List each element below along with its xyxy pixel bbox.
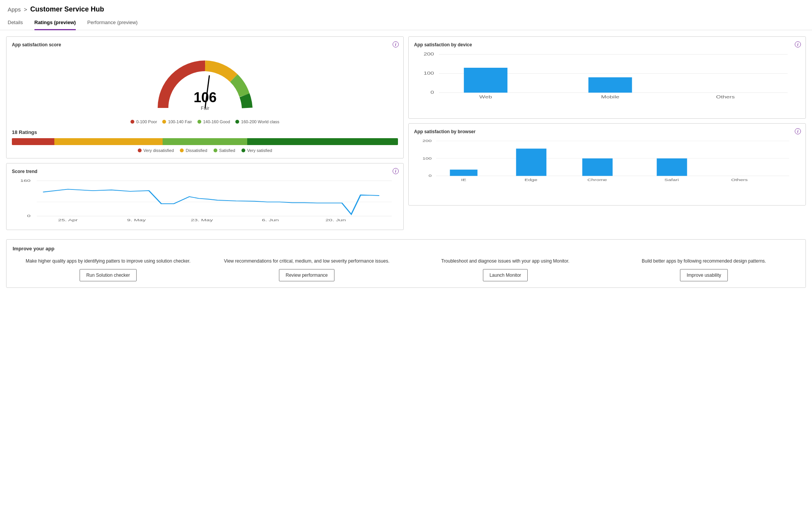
legend-good: 140-160 Good: [197, 119, 230, 124]
legend-poor-label: 0-100 Poor: [136, 119, 157, 124]
svg-text:Others: Others: [731, 178, 748, 182]
svg-text:0: 0: [27, 214, 31, 218]
svg-text:25. Apr: 25. Apr: [58, 218, 78, 222]
svg-text:Edge: Edge: [525, 178, 538, 182]
bar-mobile: [589, 77, 632, 93]
improve-app-card: Improve your app Make higher quality app…: [6, 239, 806, 288]
ratings-label-very-satisfied: Very satisfied: [247, 148, 272, 153]
svg-text:IE: IE: [461, 178, 466, 182]
app-satisfaction-score-title: App satisfaction score: [12, 42, 398, 47]
ratings-label-satisfied: Satisfied: [219, 148, 235, 153]
tab-performance[interactable]: Performance (preview): [87, 16, 138, 30]
page-title: Customer Service Hub: [30, 5, 104, 13]
svg-text:Web: Web: [479, 95, 492, 99]
svg-text:200: 200: [422, 139, 432, 143]
gauge-container: 106 Fair: [12, 51, 398, 116]
ratings-bar-dissatisfied: [54, 138, 163, 145]
breadcrumb-apps[interactable]: Apps: [8, 6, 21, 13]
improve-desc-0: Make higher quality apps by identifying …: [26, 258, 191, 264]
bar-ie: [450, 170, 478, 176]
legend-worldclass-label: 160-200 World class: [241, 119, 279, 124]
legend-fair-dot: [162, 120, 166, 124]
improve-usability-button[interactable]: Improve usability: [680, 269, 727, 281]
ratings-dot-very-satisfied: [241, 149, 245, 152]
breadcrumb: Apps > Customer Service Hub: [0, 0, 812, 16]
bar-safari: [657, 158, 687, 176]
left-column: App satisfaction score i: [6, 36, 404, 235]
improve-item-2: Troubleshoot and diagnose issues with yo…: [410, 258, 601, 281]
improve-desc-2: Troubleshoot and diagnose issues with yo…: [441, 258, 569, 264]
tab-ratings[interactable]: Ratings (preview): [34, 16, 76, 30]
score-trend-info-icon[interactable]: i: [393, 168, 399, 174]
svg-text:23. May: 23. May: [191, 218, 213, 222]
ratings-section: 18 Ratings Very dissatisfied: [12, 129, 398, 153]
legend-good-dot: [197, 120, 201, 124]
run-solution-checker-button[interactable]: Run Solution checker: [80, 269, 136, 281]
svg-text:0: 0: [429, 174, 432, 178]
app-satisfaction-device-card: App satisfaction by device i 200 100 0 W…: [408, 36, 806, 119]
ratings-count: 18 Ratings: [12, 129, 398, 135]
bar-web: [464, 68, 507, 93]
ratings-bar-very-satisfied: [247, 138, 398, 145]
ratings-legend-satisfied: Satisfied: [214, 148, 235, 153]
app-satisfaction-browser-card: App satisfaction by browser i 200 100 0 …: [408, 123, 806, 206]
legend-poor-dot: [130, 120, 134, 124]
svg-text:Chrome: Chrome: [587, 178, 607, 182]
score-trend-chart: 160 0 25. Apr 9. May 23. May 6. Jun 20. …: [12, 177, 398, 223]
legend-poor: 0-100 Poor: [130, 119, 157, 124]
score-trend-card: Score trend i 160 0 25. Apr 9. May 23. M…: [6, 163, 404, 230]
ratings-legend-very-dissatisfied: Very dissatisfied: [138, 148, 174, 153]
svg-text:9. May: 9. May: [127, 218, 146, 222]
breadcrumb-separator: >: [24, 6, 27, 13]
app-satisfaction-device-title: App satisfaction by device: [414, 42, 800, 47]
ratings-label-dissatisfied: Dissatisfied: [186, 148, 207, 153]
app-satisfaction-browser-title: App satisfaction by browser: [414, 129, 800, 134]
svg-text:Fair: Fair: [201, 105, 209, 111]
ratings-bar: [12, 138, 398, 145]
review-performance-button[interactable]: Review performance: [279, 269, 334, 281]
improve-app-title: Improve your app: [13, 246, 799, 251]
svg-text:100: 100: [424, 71, 434, 75]
app-satisfaction-score-card: App satisfaction score i: [6, 36, 404, 158]
launch-monitor-button[interactable]: Launch Monitor: [483, 269, 528, 281]
app-satisfaction-browser-info-icon[interactable]: i: [795, 128, 801, 134]
svg-text:160: 160: [20, 179, 31, 183]
svg-text:200: 200: [424, 52, 434, 56]
svg-text:Safari: Safari: [664, 178, 679, 182]
gauge-legend: 0-100 Poor 100-140 Fair 140-160 Good 160…: [12, 119, 398, 124]
browser-bar-chart: 200 100 0 IE Edge Chrome Safari: [414, 137, 800, 199]
gauge-svg: 106 Fair: [152, 54, 259, 116]
tab-details[interactable]: Details: [8, 16, 23, 30]
svg-text:100: 100: [422, 156, 432, 160]
svg-text:0: 0: [430, 90, 434, 95]
bar-edge: [516, 149, 546, 176]
ratings-dot-very-dissatisfied: [138, 149, 142, 152]
ratings-bar-very-dissatisfied: [12, 138, 54, 145]
svg-text:Mobile: Mobile: [601, 95, 620, 99]
improve-desc-3: Build better apps by following recommend…: [642, 258, 766, 264]
svg-text:6. Jun: 6. Jun: [262, 218, 279, 222]
device-bar-chart: 200 100 0 Web Mobile Others: [414, 51, 800, 112]
improve-item-3: Build better apps by following recommend…: [608, 258, 799, 281]
legend-good-label: 140-160 Good: [203, 119, 230, 124]
score-trend-title: Score trend: [12, 169, 398, 174]
ratings-dot-dissatisfied: [180, 149, 184, 152]
ratings-legend-dissatisfied: Dissatisfied: [180, 148, 207, 153]
legend-fair: 100-140 Fair: [162, 119, 192, 124]
ratings-legend-very-satisfied: Very satisfied: [241, 148, 272, 153]
ratings-bar-satisfied: [163, 138, 248, 145]
svg-text:106: 106: [193, 90, 216, 105]
ratings-dot-satisfied: [214, 149, 217, 152]
legend-worldclass-dot: [235, 120, 239, 124]
tabs-bar: Details Ratings (preview) Performance (p…: [0, 16, 812, 30]
improve-grid: Make higher quality apps by identifying …: [13, 258, 799, 281]
ratings-label-very-dissatisfied: Very dissatisfied: [143, 148, 174, 153]
top-row: App satisfaction score i: [6, 36, 806, 235]
ratings-legend: Very dissatisfied Dissatisfied Satisfied: [12, 148, 398, 153]
bar-chrome: [582, 158, 613, 176]
right-column: App satisfaction by device i 200 100 0 W…: [408, 36, 806, 235]
app-satisfaction-score-info-icon[interactable]: i: [393, 41, 399, 47]
legend-fair-label: 100-140 Fair: [168, 119, 192, 124]
improve-desc-1: View recommendations for critical, mediu…: [224, 258, 390, 264]
app-satisfaction-device-info-icon[interactable]: i: [795, 41, 801, 47]
